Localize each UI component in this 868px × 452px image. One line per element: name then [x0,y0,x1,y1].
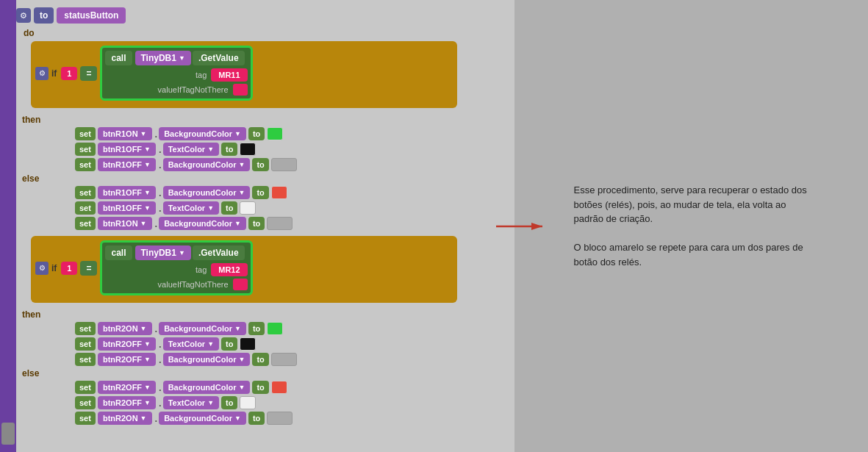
else-to-2-1: to [252,381,268,394]
scroll-indicator[interactable] [1,423,15,445]
to-2-3: to [252,353,268,366]
set-label-2-1: set [75,322,96,335]
color-black-2-2 [240,337,256,351]
dot-2-1: . [155,323,158,334]
else-prop-block-2-3[interactable]: BackgroundColor ▼ [159,412,246,425]
btn-block-1-3[interactable]: btnR1OFF ▼ [98,158,156,171]
else-row-1-2: set btnR1OFF ▼ . TextColor ▼ to [75,201,509,215]
then-label-2: then [22,309,509,320]
else-set-label-2-3: set [75,412,96,425]
prop-block-1-2[interactable]: TextColor ▼ [163,143,219,156]
set-row-2-1: set btnR2ON ▼ . BackgroundColor ▼ to [75,322,509,335]
tag-label-1: tag [196,71,207,79]
if-label-2: if [51,263,57,273]
if-gear-icon-1[interactable]: ⚙ [35,67,49,80]
prop-block-2-3[interactable]: BackgroundColor ▼ [163,353,251,366]
else-prop-block-1-1[interactable]: BackgroundColor ▼ [163,186,251,199]
if-row-2: ⚙ if 1 = call TinyDB1 ▼ .GetValue [35,240,453,295]
else-to-1-1: to [252,186,268,199]
btn-block-1-2[interactable]: btnR1OFF ▼ [98,143,156,156]
prop-block-2-1[interactable]: BackgroundColor ▼ [159,322,246,335]
num-block-1: 1 [61,67,77,80]
then-label-1: then [22,115,509,125]
else-to-2-2: to [221,396,237,409]
else-btn-block-2-3[interactable]: btnR2ON ▼ [98,412,152,425]
to-1-2: to [221,143,237,156]
color-red-2-1 [271,381,287,394]
btn-block-2-2[interactable]: btnR2OFF ▼ [98,337,156,351]
valueif-label-1: valueIfTagNotThere [158,85,229,94]
else-dot-1-3: . [155,218,158,229]
else-dot-2-2: . [159,398,162,409]
color-white-1-2 [240,201,256,215]
small-pink-block-1 [233,84,248,96]
color-gray-else-2-3 [267,412,293,425]
btn-block-2-1[interactable]: btnR2ON ▼ [98,322,152,335]
else-prop-block-2-2[interactable]: TextColor ▼ [163,396,219,409]
dot-2-2: . [159,339,162,350]
to-2-1: to [248,322,265,335]
dot-2-3: . [159,354,162,365]
set-row-1-1: set btnR1ON ▼ . BackgroundColor ▼ to [75,127,509,140]
small-pink-block-2 [233,279,248,290]
to-1-1: to [248,127,265,140]
else-to-1-2: to [221,201,237,215]
equals-block-1: = [80,66,97,81]
call-green-box-1: call TinyDB1 ▼ .GetValue tag MR11 [100,46,252,101]
else-row-2-2: set btnR2OFF ▼ . TextColor ▼ to [75,396,509,409]
set-label-2-3: set [75,353,96,366]
canvas-area: ⚙ to statusButton do ⚙ if 1 = call Ti [0,0,514,452]
else-prop-block-1-2[interactable]: TextColor ▼ [163,201,219,215]
else-set-label-1-3: set [75,217,96,230]
else-row-1-3: set btnR1ON ▼ . BackgroundColor ▼ to [75,217,509,230]
description-area: Esse procedimento, serve para recuperar … [514,0,868,452]
proc-header: ⚙ to statusButton [16,7,509,24]
call-green-box-2: call TinyDB1 ▼ .GetValue tag MR12 [100,240,252,295]
color-gray-1-3 [271,158,297,171]
else-set-label-1-1: set [75,186,96,199]
main-container: ⚙ to statusButton do ⚙ if 1 = call Ti [0,0,868,452]
else-dot-1-1: . [159,187,162,198]
to-2-2: to [221,337,237,351]
else-row-2-1: set btnR2OFF ▼ . BackgroundColor ▼ to [75,381,509,394]
else-btn-block-2-1[interactable]: btnR2OFF ▼ [98,381,156,394]
tinydb-block-2[interactable]: TinyDB1 ▼ [135,245,191,260]
else-prop-block-2-1[interactable]: BackgroundColor ▼ [163,381,251,394]
proc-gear-icon[interactable]: ⚙ [16,8,31,23]
tag-label-2: tag [196,265,207,274]
else-to-1-3: to [248,217,265,230]
tinydb-block-1[interactable]: TinyDB1 ▼ [135,51,191,65]
valueif-row-2: valueIfTagNotThere [105,279,247,290]
mr-block-1: MR11 [211,68,247,82]
num-block-2: 1 [61,262,77,275]
else-prop-block-1-3[interactable]: BackgroundColor ▼ [159,217,246,230]
else-set-label-2-2: set [75,396,96,409]
dot-1-2: . [159,144,162,155]
btn-block-1-1[interactable]: btnR1ON ▼ [98,127,152,140]
else-btn-block-1-2[interactable]: btnR1OFF ▼ [98,201,156,215]
prop-block-1-3[interactable]: BackgroundColor ▼ [163,158,251,171]
else-btn-block-1-3[interactable]: btnR1ON ▼ [98,217,152,230]
arrow-icon [492,215,551,237]
if-block-2: ⚙ if 1 = call TinyDB1 ▼ .GetValue [31,236,457,303]
prop-block-2-2[interactable]: TextColor ▼ [163,337,219,351]
proc-to-label: to [34,7,54,24]
description-text: Esse procedimento, serve para recuperar … [574,183,809,269]
if-block-2-spacer: ⚙ if 1 = call TinyDB1 ▼ .GetValue [16,236,509,307]
set-label-1-3: set [75,158,96,171]
else-set-label-1-2: set [75,201,96,215]
proc-name: statusButton [57,7,126,24]
color-green-2-1 [267,322,283,335]
else-btn-block-1-1[interactable]: btnR1OFF ▼ [98,186,156,199]
if-gear-icon-2[interactable]: ⚙ [35,262,49,275]
tag-row-2: tag MR12 [105,263,247,276]
btn-block-2-3[interactable]: btnR2OFF ▼ [98,353,156,366]
else-to-2-3: to [248,412,265,425]
equals-block-2: = [80,261,97,276]
description-box: Esse procedimento, serve para recuperar … [574,183,809,269]
else-btn-block-2-2[interactable]: btnR2OFF ▼ [98,396,156,409]
valueif-label-2: valueIfTagNotThere [158,280,229,289]
else-label-2: else [22,368,509,379]
if-row-1: ⚙ if 1 = call TinyDB1 ▼ .GetValue [35,46,453,101]
prop-block-1-1[interactable]: BackgroundColor ▼ [159,127,246,140]
